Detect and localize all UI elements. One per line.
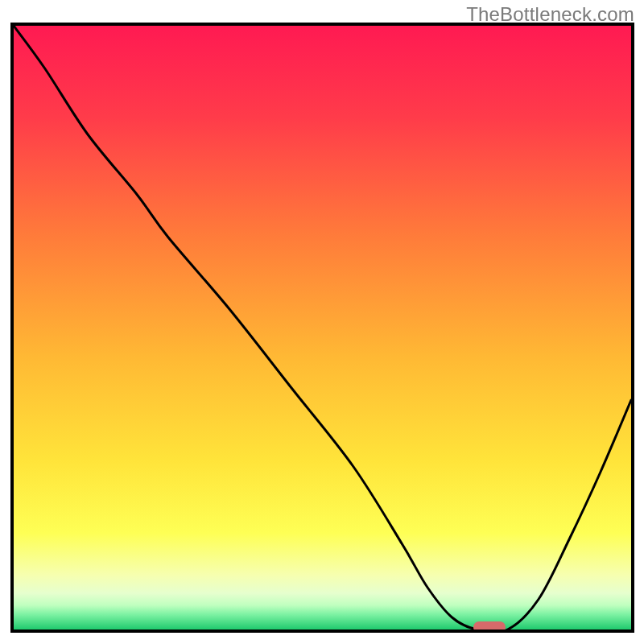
svg-rect-0 — [14, 26, 631, 630]
background-gradient — [14, 26, 631, 630]
plot-area — [10, 23, 634, 633]
chart-container: TheBottleneck.com — [0, 0, 644, 644]
optimal-marker — [473, 621, 506, 633]
